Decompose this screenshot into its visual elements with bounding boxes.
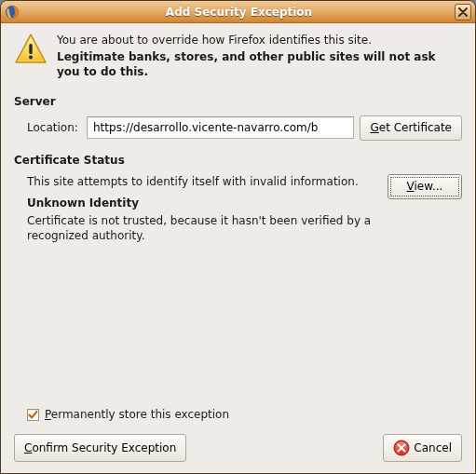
permanent-checkbox[interactable] bbox=[27, 409, 39, 421]
window-title: Add Security Exception bbox=[23, 6, 455, 19]
svg-point-2 bbox=[29, 56, 33, 60]
intro-line1: You are about to override how Firefox id… bbox=[57, 33, 462, 47]
permanent-checkbox-row[interactable]: Permanently store this exception bbox=[14, 408, 462, 421]
cert-status-header: Certificate Status bbox=[14, 154, 462, 167]
dialog-footer: Confirm Security Exception Cancel bbox=[14, 434, 462, 462]
unknown-identity-text: Certificate is not trusted, because it h… bbox=[27, 213, 380, 243]
intro-block: You are about to override how Firefox id… bbox=[14, 33, 462, 80]
firefox-icon bbox=[5, 5, 20, 20]
intro-line2: Legitimate banks, stores, and other publ… bbox=[57, 49, 462, 79]
cancel-button[interactable]: Cancel bbox=[383, 434, 462, 462]
dialog-content: You are about to override how Firefox id… bbox=[1, 23, 475, 473]
view-button[interactable]: View... bbox=[388, 174, 462, 199]
dialog-window: Add Security Exception bbox=[0, 0, 476, 474]
cancel-icon bbox=[393, 440, 410, 456]
titlebar[interactable]: Add Security Exception bbox=[1, 1, 475, 23]
close-button[interactable] bbox=[455, 4, 471, 20]
spacer bbox=[14, 249, 462, 408]
unknown-identity-header: Unknown Identity bbox=[27, 196, 380, 210]
server-header: Server bbox=[14, 95, 462, 108]
confirm-button[interactable]: Confirm Security Exception bbox=[14, 434, 186, 462]
get-certificate-button[interactable]: Get Certificate bbox=[360, 115, 462, 141]
location-input[interactable] bbox=[87, 116, 354, 139]
location-label: Location: bbox=[27, 121, 81, 134]
permanent-label: Permanently store this exception bbox=[45, 408, 229, 421]
warning-icon bbox=[14, 33, 48, 66]
location-row: Location: Get Certificate bbox=[14, 115, 462, 141]
cert-status-block: This site attempts to identify itself wi… bbox=[14, 174, 462, 250]
check-icon bbox=[28, 410, 38, 420]
intro-text: You are about to override how Firefox id… bbox=[57, 33, 462, 80]
svg-rect-1 bbox=[29, 44, 32, 54]
close-icon bbox=[458, 7, 468, 17]
cert-attempt-text: This site attempts to identify itself wi… bbox=[27, 174, 380, 189]
